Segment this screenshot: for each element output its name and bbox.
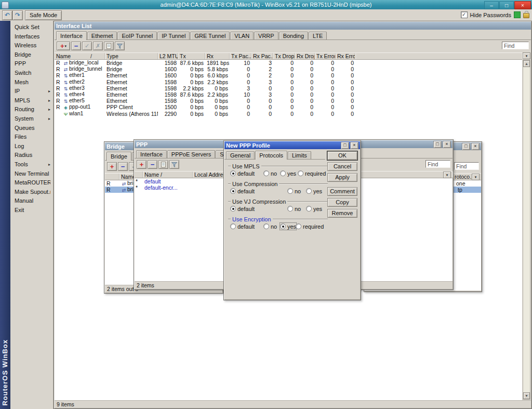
table-row[interactable]: R ◈ppp-out1 PPP Client 1500 0 bps 0 bps … [55, 104, 522, 110]
sidebar-item-files[interactable]: Files [10, 133, 53, 142]
tab-general[interactable]: General [226, 151, 255, 159]
column-header-type[interactable]: Type [105, 53, 158, 59]
column-header-tx-packet[interactable]: Tx Pac... [230, 53, 251, 59]
tab-interface[interactable]: Interface [56, 31, 87, 40]
restore-button[interactable]: □ [341, 142, 349, 149]
sidebar-item-metarouter[interactable]: MetaROUTER [10, 178, 53, 188]
table-row[interactable]: R ⇅ether3 Ethernet 1598 2.2 kbps 0 bps 3… [55, 85, 522, 91]
window-titlebar[interactable]: admin@D4:CA:6D:7E:F8:C9 (MikroTik) - Win… [0, 0, 532, 10]
use-mpls-yes-radio[interactable]: yes [280, 170, 296, 177]
use-compression-default-radio[interactable]: default [230, 188, 255, 194]
safe-mode-button[interactable]: Safe Mode [25, 10, 62, 20]
use-vj-compression-default-radio[interactable]: default [230, 205, 255, 212]
tab-lte[interactable]: LTE [309, 32, 327, 39]
column-header-rx-errors[interactable]: Rx Errors [336, 53, 355, 59]
tab-ethernet[interactable]: Ethernet [87, 32, 117, 39]
remove-button[interactable]: − [71, 42, 81, 50]
add-button[interactable]: + [137, 160, 147, 169]
tab-vlan[interactable]: VLAN [230, 32, 254, 39]
close-button[interactable]: × [471, 143, 480, 150]
find-input[interactable] [502, 42, 529, 49]
sidebar-item-bridge[interactable]: Bridge [10, 50, 53, 60]
sidebar-item-mesh[interactable]: Mesh [10, 78, 53, 87]
vertical-scrollbar[interactable]: ▲ ▼ [523, 60, 530, 400]
tab-protocols[interactable]: Protocols [255, 151, 287, 160]
add-button[interactable]: + [107, 162, 117, 171]
use-encryption-required-radio[interactable]: required [296, 223, 324, 230]
copy-button[interactable]: Copy [327, 198, 357, 207]
tab-limits[interactable]: Limits [288, 151, 311, 159]
table-row[interactable]: R ⇅ether5 Ethernet 1598 0 bps 0 bps 0 0 … [55, 98, 522, 104]
filter-button[interactable] [169, 160, 179, 169]
remove-button[interactable]: Remove [327, 209, 357, 218]
column-header-name[interactable]: Name / [143, 171, 193, 178]
use-vj-compression-no-radio[interactable]: no [287, 205, 301, 212]
sidebar-item-ip[interactable]: IP▸ [10, 87, 53, 96]
restore-button[interactable]: □ [462, 143, 470, 150]
hide-passwords-label[interactable]: Hide Passwords [470, 12, 511, 18]
tab-pppoe-servers[interactable]: PPPoE Servers [167, 150, 215, 158]
column-header-l2mtu[interactable]: L2 MTU [158, 53, 178, 59]
table-row[interactable]: R ⇅ether4 Ethernet 1598 87.6 kbps 2.2 kb… [55, 91, 522, 98]
sidebar-item-log[interactable]: Log [10, 142, 53, 151]
sidebar-item-system[interactable]: System▸ [10, 114, 53, 124]
undo-button[interactable]: ↶ [2, 10, 12, 20]
table-row[interactable]: R ⇄bridge_local Bridge 1598 87.6 kbps 18… [55, 60, 522, 66]
interface-list-titlebar[interactable]: Interface List [55, 22, 531, 30]
find-input[interactable] [454, 162, 479, 170]
ok-button[interactable]: OK [327, 151, 357, 160]
sidebar-item-switch[interactable]: Switch [10, 69, 53, 78]
column-chooser-button[interactable]: ▾ [472, 174, 480, 180]
column-header-protocol[interactable]: rotoco... [453, 174, 473, 180]
column-chooser-button[interactable]: ▾ [523, 52, 530, 59]
sidebar-item-routing[interactable]: Routing▸ [10, 105, 53, 114]
scroll-down-button[interactable]: ▼ [523, 392, 530, 399]
column-header-rx-packet[interactable]: Rx Pac... [251, 53, 273, 59]
sidebar-item-wireless[interactable]: Wireless [10, 41, 53, 50]
tab-ip-tunnel[interactable]: IP Tunnel [157, 32, 190, 39]
sidebar-item-ppp[interactable]: PPP [10, 59, 53, 69]
use-mpls-default-radio[interactable]: default [230, 170, 255, 177]
disable-button[interactable]: ✗ [93, 42, 103, 50]
close-button[interactable]: × [514, 1, 531, 9]
sidebar-item-new-terminal[interactable]: New Terminal [10, 169, 53, 179]
tab-eoip-tunnel[interactable]: EoIP Tunnel [117, 32, 157, 39]
table-row[interactable]: R ⇄bridge_tunnel Bridge 1600 0 bps 5.8 k… [55, 66, 522, 72]
sidebar-item-quick-set[interactable]: Quick Set [10, 23, 53, 32]
cancel-button[interactable]: Cancel [327, 162, 357, 171]
apply-button[interactable]: Apply [327, 173, 357, 182]
filter-button[interactable] [115, 42, 125, 50]
comment-button[interactable] [104, 42, 114, 50]
restore-button[interactable]: □ [433, 141, 442, 148]
tab-vrrp[interactable]: VRRP [254, 32, 278, 39]
close-button[interactable]: × [443, 141, 451, 148]
sidebar-item-interfaces[interactable]: Interfaces [10, 32, 53, 42]
column-header-rx-drops[interactable]: Rx Drops [295, 53, 315, 59]
scroll-up-button[interactable]: ▲ [523, 60, 530, 67]
table-row[interactable]: Ψwlan1 Wireless (Atheros 11N) 2290 0 bps… [55, 111, 522, 117]
column-header-tx[interactable]: Tx [178, 53, 205, 59]
use-vj-compression-yes-radio[interactable]: yes [306, 205, 322, 212]
comment-button[interactable] [158, 160, 168, 169]
add-button[interactable]: +▾ [57, 42, 70, 50]
tab-gre-tunnel[interactable]: GRE Tunnel [190, 32, 230, 39]
minimize-button[interactable]: – [484, 1, 499, 9]
dialog-titlebar[interactable]: New PPP Profile □ × [224, 141, 360, 149]
sidebar-item-queues[interactable]: Queues [10, 124, 53, 133]
tab-bridge[interactable]: Bridge [107, 152, 131, 161]
remove-button[interactable]: − [118, 162, 128, 171]
enable-button[interactable]: ✓ [82, 42, 92, 50]
sidebar-item-mpls[interactable]: MPLS▸ [10, 96, 53, 105]
find-input[interactable] [425, 160, 450, 168]
sidebar-item-radius[interactable]: Radius [10, 151, 53, 160]
use-encryption-no-radio[interactable]: no [263, 223, 277, 230]
use-mpls-required-radio[interactable]: required [298, 170, 326, 177]
column-header-rx[interactable]: Rx [205, 53, 230, 59]
sidebar-item-manual[interactable]: Manual [10, 196, 53, 206]
close-button[interactable]: × [350, 142, 358, 149]
table-row[interactable]: R ⇅ether1 Ethernet 1600 0 bps 6.0 kbps 0… [55, 72, 522, 78]
column-header-tx-errors[interactable]: Tx Errors [315, 53, 336, 59]
column-header-tx-drops[interactable]: Tx Drops [273, 53, 295, 59]
maximize-button[interactable]: □ [499, 1, 514, 9]
use-mpls-no-radio[interactable]: no [263, 170, 277, 177]
